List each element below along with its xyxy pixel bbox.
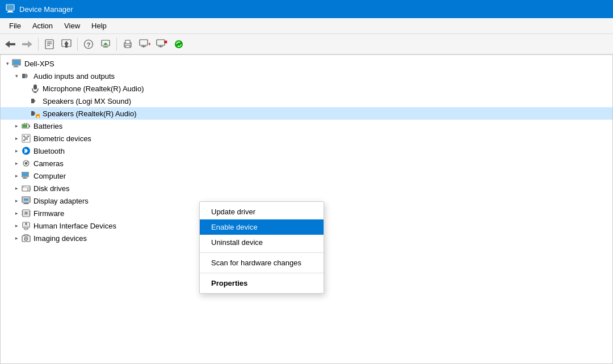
expander-batteries[interactable]: ▸ — [12, 121, 21, 130]
toolbar-scan-btn[interactable] — [98, 36, 114, 52]
context-menu-uninstall-device[interactable]: Uninstall device — [200, 235, 324, 250]
tree-node-disk-drives[interactable]: ▸ Disk drives — [1, 182, 612, 194]
expander-computer[interactable]: ▸ — [12, 171, 21, 180]
tree-node-dell-xps[interactable]: ▾ Dell-XPS — [1, 57, 612, 70]
svg-rect-6 — [45, 40, 53, 49]
node-label-computer: Computer — [33, 172, 66, 180]
svg-rect-24 — [157, 40, 165, 45]
svg-rect-72 — [24, 198, 28, 201]
speaker-logi-icon — [30, 96, 40, 106]
expander-hid[interactable]: ▸ — [12, 221, 21, 230]
menu-action[interactable]: Action — [27, 19, 58, 32]
svg-point-67 — [28, 189, 30, 190]
expander-display-adapters[interactable]: ▸ — [12, 196, 21, 205]
toolbar-help-btn[interactable]: ? — [81, 36, 96, 52]
node-label-hid: Human Interface Devices — [33, 222, 116, 230]
svg-rect-18 — [125, 40, 130, 44]
tree-node-biometric[interactable]: ▸ Biometric devices — [1, 132, 612, 145]
svg-rect-83 — [25, 223, 27, 225]
menu-file[interactable]: File — [3, 19, 27, 32]
context-menu-update-driver[interactable]: Update driver — [200, 204, 324, 219]
node-label-display-adapters: Display adapters — [33, 197, 89, 205]
node-label-speakers-realtek: Speakers (Realtek(R) Audio) — [43, 109, 136, 118]
tree-node-speakers-logi[interactable]: ▸ Speakers (Logi MX Sound) — [1, 95, 612, 107]
toolbar-update-driver-btn[interactable] — [58, 36, 74, 52]
toolbar-sep-2 — [77, 38, 78, 50]
svg-rect-60 — [22, 172, 28, 176]
cameras-icon — [21, 158, 31, 168]
tree-node-computer[interactable]: ▸ Computer — [1, 170, 612, 182]
node-label-batteries: Batteries — [33, 122, 62, 130]
svg-rect-70 — [24, 203, 28, 204]
biometric-icon — [21, 133, 31, 143]
expander-disk-drives[interactable]: ▸ — [12, 184, 21, 193]
tree-node-audio[interactable]: ▾ Audio inputs and outputs — [1, 70, 612, 82]
svg-rect-20 — [140, 40, 148, 45]
context-menu-sep-1 — [200, 252, 324, 253]
svg-point-85 — [26, 226, 27, 227]
computer-node-icon — [21, 171, 31, 181]
expander-biometric[interactable]: ▸ — [12, 134, 21, 143]
svg-rect-2 — [7, 12, 14, 12]
microphone-icon — [30, 83, 40, 94]
context-menu-enable-device[interactable]: Enable device — [200, 219, 324, 235]
svg-rect-38 — [31, 99, 34, 103]
svg-text:+: + — [148, 41, 150, 47]
svg-rect-39 — [31, 111, 34, 116]
context-menu-properties[interactable]: Properties — [200, 276, 324, 291]
expander-dell-xps[interactable]: ▾ — [3, 59, 12, 68]
svg-rect-71 — [23, 204, 29, 204]
tree-node-speakers-realtek[interactable]: ▸ ▼ Speakers (Realtek(R) Audio) — [1, 107, 612, 120]
svg-point-90 — [26, 238, 27, 239]
svg-rect-51 — [24, 137, 28, 140]
svg-rect-44 — [23, 125, 27, 128]
expander-cameras[interactable]: ▸ — [12, 159, 21, 168]
toolbar-forward-btn[interactable] — [19, 36, 35, 52]
svg-marker-4 — [5, 41, 15, 48]
node-label-disk-drives: Disk drives — [33, 184, 70, 193]
svg-rect-31 — [13, 60, 20, 65]
disk-drives-icon — [21, 183, 31, 193]
imaging-icon — [21, 233, 31, 243]
tree-node-batteries[interactable]: ▸ Batteries — [1, 120, 612, 132]
hid-icon — [21, 221, 31, 231]
svg-point-86 — [27, 226, 28, 227]
title-bar: Device Manager — [0, 0, 613, 18]
svg-rect-1 — [8, 11, 12, 12]
toolbar-back-btn[interactable] — [2, 36, 18, 52]
tree-node-microphone[interactable]: ▸ Microphone (Realtek(R) Audio) — [1, 82, 612, 95]
tree-node-cameras[interactable]: ▸ Cameras — [1, 157, 612, 170]
context-menu-sep-2 — [200, 273, 324, 273]
context-menu: Update driver Enable device Uninstall de… — [199, 201, 324, 294]
expander-audio[interactable]: ▾ — [12, 71, 21, 81]
node-label-audio: Audio inputs and outputs — [33, 72, 115, 81]
svg-rect-35 — [33, 84, 37, 90]
svg-point-84 — [24, 226, 25, 227]
svg-rect-3 — [7, 5, 14, 10]
expander-imaging[interactable]: ▸ — [12, 234, 21, 243]
svg-rect-34 — [22, 74, 25, 78]
node-label-biometric: Biometric devices — [33, 134, 91, 143]
toolbar-print-btn[interactable] — [120, 36, 136, 52]
expander-bluetooth[interactable]: ▸ — [12, 146, 21, 155]
svg-marker-16 — [103, 43, 108, 45]
svg-rect-62 — [23, 178, 27, 179]
context-menu-scan-hardware[interactable]: Scan for hardware changes — [200, 255, 324, 270]
audio-icon — [21, 71, 31, 81]
toolbar-properties-btn[interactable] — [41, 36, 57, 52]
svg-rect-32 — [14, 66, 18, 67]
expander-firmware[interactable]: ▸ — [12, 209, 21, 218]
toolbar-add-device-btn[interactable]: + — [137, 36, 153, 52]
svg-text:▼: ▼ — [36, 115, 40, 118]
menu-help[interactable]: Help — [86, 19, 112, 32]
toolbar-sep-1 — [38, 38, 39, 50]
menu-view[interactable]: View — [58, 19, 86, 32]
tree-node-bluetooth[interactable]: ▸ Bluetooth — [1, 145, 612, 157]
bluetooth-icon — [21, 146, 31, 156]
toolbar-remove-device-btn[interactable] — [154, 36, 170, 52]
node-label-firmware: Firmware — [33, 209, 64, 218]
svg-rect-87 — [24, 228, 28, 230]
main-content[interactable]: ▾ Dell-XPS ▾ Audio inputs — [0, 54, 613, 364]
node-label-bluetooth: Bluetooth — [33, 147, 65, 155]
toolbar-update-btn[interactable] — [171, 36, 187, 52]
